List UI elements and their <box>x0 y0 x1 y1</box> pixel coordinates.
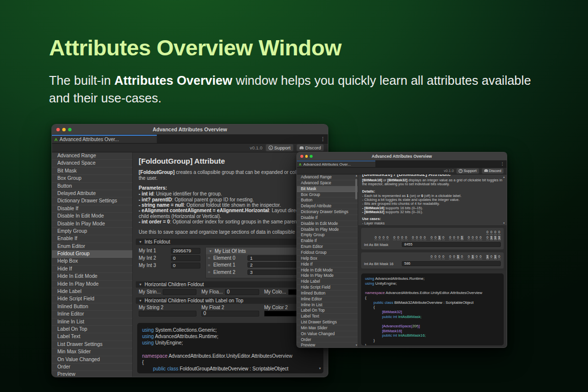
sidebar-item-hide-script-field[interactable]: Hide Script Field <box>52 295 132 303</box>
bit-toggle[interactable]: 0 <box>393 236 396 240</box>
bit-toggle[interactable]: 0 <box>498 230 501 235</box>
sidebar-item-enable-if[interactable]: Enable If <box>52 235 132 243</box>
bit-toggle[interactable]: 1 <box>494 236 497 240</box>
bit-toggle[interactable]: 1 <box>471 255 475 259</box>
kebab-menu-icon[interactable]: ⋮ <box>500 161 507 167</box>
sidebar-item-min-max-slider[interactable]: Min Max Slider <box>297 325 358 331</box>
bit-toggle[interactable]: 0 <box>442 236 445 240</box>
support-button[interactable]: i Support <box>456 168 479 174</box>
bit-toggle[interactable]: 0 <box>475 236 479 240</box>
int-input[interactable]: 0 <box>171 255 200 261</box>
sidebar-item-preview[interactable]: Preview <box>297 343 358 348</box>
titlebar[interactable]: Advanced Attributes Overview <box>297 152 507 161</box>
sidebar-item-disable-in-edit-mode[interactable]: Disable In Edit Mode <box>52 213 132 220</box>
bit-toggle[interactable]: 1 <box>490 236 493 240</box>
tab-advanced-attributes[interactable]: A Advanced Attributes Over... <box>52 135 157 143</box>
bit-toggle[interactable]: 0 <box>397 236 400 240</box>
bit-toggle[interactable]: 0 <box>479 255 483 259</box>
sidebar-item-label-on-top[interactable]: Label On Top <box>52 326 132 333</box>
sidebar-item-enum-editor[interactable]: Enum Editor <box>297 244 358 250</box>
bit-toggle[interactable]: 0 <box>467 255 471 259</box>
bit-toggle[interactable]: 0 <box>471 236 475 240</box>
text-input[interactable] <box>139 311 196 317</box>
sidebar-item-disable-in-play-mode[interactable]: Disable In Play Mode <box>297 227 358 233</box>
sidebar-item-disable-if[interactable]: Disable If <box>52 205 132 213</box>
bit-toggle[interactable]: 1 <box>498 236 501 240</box>
int-input[interactable]: 0 <box>171 263 200 269</box>
sidebar-item-advanced-range[interactable]: Advanced Range <box>52 152 132 160</box>
scroll-down-icon[interactable]: ▼ <box>503 221 505 224</box>
sidebar-item-empty-group[interactable]: Empty Group <box>52 228 132 235</box>
sidebar-item-enable-if[interactable]: Enable If <box>297 238 358 244</box>
bit-toggle[interactable]: 0 <box>442 255 445 259</box>
sidebar-item-disable-in-edit-mode[interactable]: Disable In Edit Mode <box>297 221 358 227</box>
sidebar-item-box-group[interactable]: Box Group <box>52 175 132 182</box>
scroll-down-icon[interactable]: ▼ <box>318 366 321 372</box>
sidebar-item-min-max-slider[interactable]: Min Max Slider <box>52 348 132 356</box>
scroll-up-icon[interactable]: ▲ <box>503 175 505 178</box>
sidebar-item-disable-if[interactable]: Disable If <box>297 215 358 221</box>
sidebar-item-hide-label[interactable]: Hide Label <box>297 279 358 285</box>
bit-toggle[interactable]: 0 <box>453 255 456 259</box>
sidebar-item-bit-mask[interactable]: Bit Mask <box>52 168 132 175</box>
sidebar-item-foldout-group[interactable]: Foldout Group <box>52 250 132 258</box>
drag-handle-icon[interactable]: = <box>208 270 210 274</box>
bit-toggle[interactable]: 0 <box>423 236 427 240</box>
bit-toggle[interactable]: 0 <box>401 236 404 240</box>
bit-toggle[interactable]: 0 <box>434 255 438 259</box>
sidebar-item-order[interactable]: Order <box>297 337 358 343</box>
bit-toggle[interactable]: 0 <box>405 236 408 240</box>
discord-button[interactable]: Discord <box>482 168 504 174</box>
sidebar-item-inline-in-list[interactable]: Inline In List <box>52 318 132 326</box>
drag-handle-icon[interactable]: = <box>208 263 210 268</box>
bit-toggle[interactable]: 0 <box>438 255 441 259</box>
sidebar-item-hide-if[interactable]: Hide If <box>297 262 358 268</box>
bit-toggle[interactable]: 0 <box>457 236 460 240</box>
sidebar-item-inline-in-list[interactable]: Inline In List <box>297 302 358 308</box>
text-input[interactable] <box>163 289 196 295</box>
bit-toggle[interactable]: 0 <box>412 236 415 240</box>
bit-toggle[interactable]: 0 <box>378 236 382 240</box>
sidebar-item-preview[interactable]: Preview <box>52 371 132 377</box>
sidebar-item-box-group[interactable]: Box Group <box>297 192 358 198</box>
kebab-menu-icon[interactable]: ⋮ <box>320 135 328 143</box>
sidebar-item-foldout-group[interactable]: Foldout Group <box>297 250 358 256</box>
sidebar-item-delayed-attribute[interactable]: Delayed Attribute <box>52 190 132 197</box>
bit-toggle[interactable]: 0 <box>386 236 390 240</box>
bit-toggle[interactable]: 1 <box>486 255 490 259</box>
sidebar-item-hide-in-play-mode[interactable]: Hide In Play Mode <box>297 273 358 279</box>
bit-toggle[interactable]: 0 <box>430 236 434 240</box>
bit-toggle[interactable]: 0 <box>475 255 479 259</box>
sidebar-item-hide-label[interactable]: Hide Label <box>52 288 132 295</box>
sidebar-item-hide-in-edit-mode[interactable]: Hide In Edit Mode <box>52 273 132 280</box>
sidebar-item-hide-if[interactable]: Hide If <box>52 266 132 273</box>
sidebar-item-disable-in-play-mode[interactable]: Disable In Play Mode <box>52 220 132 228</box>
bit-toggle[interactable]: 0 <box>461 255 464 259</box>
bit-toggle[interactable]: 0 <box>382 236 386 240</box>
sidebar-item-button[interactable]: Button <box>297 197 358 203</box>
sidebar-item-label-on-top[interactable]: Label On Top <box>297 308 358 314</box>
tab-advanced-attributes[interactable]: A Advanced Attributes Over... <box>297 161 375 167</box>
bit-toggle[interactable]: 0 <box>490 230 493 235</box>
bit-toggle[interactable]: 0 <box>486 230 490 235</box>
sidebar-item-label-text[interactable]: Label Text <box>297 314 358 319</box>
sidebar-item-advanced-range[interactable]: Advanced Range <box>297 174 358 180</box>
sidebar-item-dictionary-drawer-settings[interactable]: Dictionary Drawer Settings <box>52 197 132 205</box>
bit-toggle[interactable]: 0 <box>479 236 483 240</box>
sidebar-item-empty-group[interactable]: Empty Group <box>297 232 358 238</box>
scroll-down-icon[interactable]: ▼ <box>355 343 358 346</box>
bit-toggle[interactable]: 0 <box>449 236 452 240</box>
minimize-button[interactable] <box>305 155 308 158</box>
sidebar-item-inlined-button[interactable]: Inlined Button <box>297 291 358 296</box>
bit-toggle[interactable]: 0 <box>430 255 434 259</box>
bit-toggle[interactable]: 0 <box>490 255 493 259</box>
sidebar-item-list-drawer-settings[interactable]: List Drawer Settings <box>52 341 132 348</box>
sidebar-item-inline-editor[interactable]: Inline Editor <box>52 311 132 318</box>
sidebar-item-inline-editor[interactable]: Inline Editor <box>297 296 358 302</box>
minimize-button[interactable] <box>62 128 66 131</box>
zoom-button[interactable] <box>310 155 313 158</box>
bit-toggle[interactable]: 0 <box>449 255 452 259</box>
sidebar-item-advanced-space[interactable]: Advanced Space <box>52 160 132 167</box>
bit-toggle[interactable]: 0 <box>494 230 497 235</box>
sidebar-item-label-text[interactable]: Label Text <box>52 333 132 341</box>
